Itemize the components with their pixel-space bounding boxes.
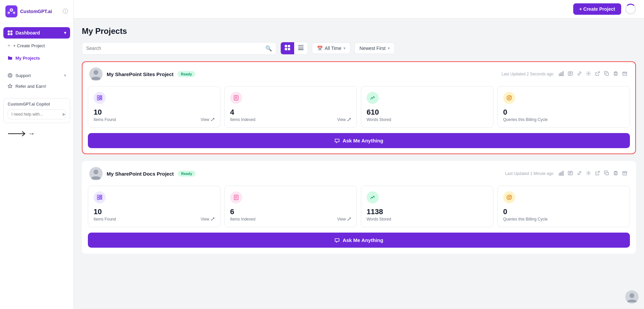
stat-card-0: 10 Items Found View — [88, 186, 220, 227]
projects-list: My SharePoint Sites Project Ready Last U… — [82, 61, 636, 254]
external-link-icon[interactable] — [594, 70, 601, 78]
settings-icon[interactable] — [585, 169, 592, 178]
svg-rect-36 — [100, 97, 102, 98]
stat-card-2: 610 Words Stored — [361, 86, 493, 128]
svg-rect-23 — [562, 72, 564, 76]
sort-select[interactable]: Newest First ▾ — [355, 43, 395, 54]
archive-icon[interactable] — [621, 70, 629, 78]
svg-point-43 — [508, 97, 510, 99]
sort-label: Newest First — [360, 46, 386, 51]
list-icon[interactable] — [567, 70, 574, 78]
copilot-send-button[interactable]: ➤ — [62, 112, 66, 117]
sidebar-item-my-projects[interactable]: My Projects — [3, 53, 70, 63]
view-list-button[interactable] — [281, 42, 294, 54]
sidebar-nav: Dashboard ▾ + + Create Project My Projec… — [0, 23, 73, 67]
stat-label-0: Items Found — [94, 117, 215, 122]
stat-view-link-0[interactable]: View — [201, 117, 215, 122]
projects-section: My Projects 🔍 — [74, 18, 644, 268]
copilot-panel: CustomGPT.ai Copilot ➤ — [3, 98, 70, 123]
list-icon[interactable] — [567, 169, 574, 178]
trash-icon[interactable] — [612, 70, 620, 78]
stat-card-2: 1138 Words Stored — [361, 186, 493, 227]
my-projects-label: My Projects — [15, 56, 40, 61]
send-icon: ➤ — [62, 112, 66, 117]
time-filter-select[interactable]: 📅 All Time ▾ — [312, 43, 351, 54]
create-project-label: + Create Project — [13, 43, 45, 48]
stat-number-1: 4 — [230, 108, 351, 117]
svg-point-20 — [94, 70, 98, 75]
svg-rect-62 — [100, 197, 102, 198]
svg-point-4 — [11, 9, 12, 11]
svg-point-2 — [8, 12, 10, 14]
sort-chevron: ▾ — [388, 46, 390, 51]
sidebar-item-create-project[interactable]: + + Create Project — [3, 40, 70, 51]
stat-view-link-1[interactable]: View — [337, 117, 351, 122]
trash-icon[interactable] — [612, 169, 620, 178]
grid-view-icon — [298, 45, 304, 50]
stat-icon-words-stored — [367, 191, 379, 203]
svg-point-72 — [630, 293, 634, 298]
svg-rect-61 — [100, 195, 102, 196]
last-updated-0: Last Updated 2 Seconds ago — [501, 72, 553, 76]
project-stats-1: 10 Items Found View 6 Items Indexed View… — [83, 186, 635, 233]
link-icon[interactable] — [576, 70, 583, 78]
stat-card-1: 6 Items Indexed View — [224, 186, 357, 227]
arrow-svg — [8, 130, 28, 137]
sidebar-item-refer[interactable]: Refer and Earn! — [3, 81, 70, 91]
stat-icon-queries — [503, 92, 515, 104]
svg-rect-5 — [8, 30, 10, 33]
search-input[interactable] — [86, 46, 265, 51]
support-chevron: ▾ — [64, 73, 66, 78]
svg-rect-29 — [606, 73, 608, 75]
ask-anything-button-0[interactable]: Ask Me Anything — [88, 133, 630, 148]
view-grid-button[interactable] — [294, 42, 308, 54]
stat-view-link-1[interactable]: View — [337, 217, 351, 222]
stat-label-0: Items Found — [94, 217, 215, 222]
create-project-button[interactable]: + Create Project — [573, 3, 621, 15]
svg-rect-59 — [97, 195, 99, 197]
ask-anything-button-1[interactable]: Ask Me Anything — [88, 233, 630, 248]
user-avatar-bottom[interactable] — [625, 290, 639, 304]
external-link-icon[interactable] — [594, 169, 601, 178]
project-actions-0: Last Updated 2 Seconds ago — [501, 70, 629, 78]
svg-point-54 — [588, 173, 589, 174]
time-filter-chevron: ▾ — [343, 46, 345, 51]
arrow-indicator — [3, 130, 70, 137]
copy-icon[interactable] — [603, 70, 610, 78]
status-badge-0: Ready — [177, 71, 195, 77]
topbar: + Create Project — [74, 0, 644, 18]
link-icon[interactable] — [576, 169, 583, 178]
folder-icon — [7, 55, 13, 61]
info-button[interactable]: ⓘ — [63, 8, 68, 15]
archive-icon[interactable] — [621, 169, 629, 178]
stat-icon-items-indexed — [230, 92, 242, 104]
stat-card-3: 0 Queries this Billing Cycle — [497, 86, 630, 128]
stat-number-2: 1138 — [367, 207, 488, 216]
svg-rect-56 — [614, 172, 617, 175]
stats-icon[interactable] — [557, 70, 565, 78]
sidebar-item-dashboard[interactable]: Dashboard ▾ — [3, 27, 70, 39]
svg-point-46 — [94, 170, 98, 174]
svg-rect-15 — [298, 45, 304, 46]
svg-point-9 — [8, 73, 12, 77]
svg-rect-63 — [100, 198, 102, 199]
stat-view-link-0[interactable]: View — [201, 217, 215, 222]
sidebar-item-support[interactable]: Support ▾ — [3, 70, 70, 81]
stat-label-3: Queries this Billing Cycle — [503, 217, 624, 222]
settings-icon[interactable] — [585, 70, 592, 78]
stat-card-1: 4 Items Indexed View — [224, 86, 357, 128]
last-updated-1: Last Updated 1 Minute ago — [505, 171, 553, 176]
svg-rect-47 — [559, 173, 560, 175]
svg-rect-6 — [10, 30, 12, 33]
stats-icon[interactable] — [557, 169, 565, 178]
main-content: + Create Project My Projects 🔍 — [74, 0, 644, 309]
copilot-input[interactable] — [11, 112, 62, 117]
svg-rect-49 — [562, 171, 564, 175]
stat-icon-items-found — [94, 92, 106, 104]
copy-icon[interactable] — [603, 169, 610, 178]
svg-rect-8 — [10, 33, 12, 35]
stat-label-1: Items Indexed — [230, 217, 351, 222]
svg-rect-30 — [614, 72, 617, 75]
svg-rect-31 — [623, 72, 627, 73]
support-icon — [7, 73, 13, 78]
